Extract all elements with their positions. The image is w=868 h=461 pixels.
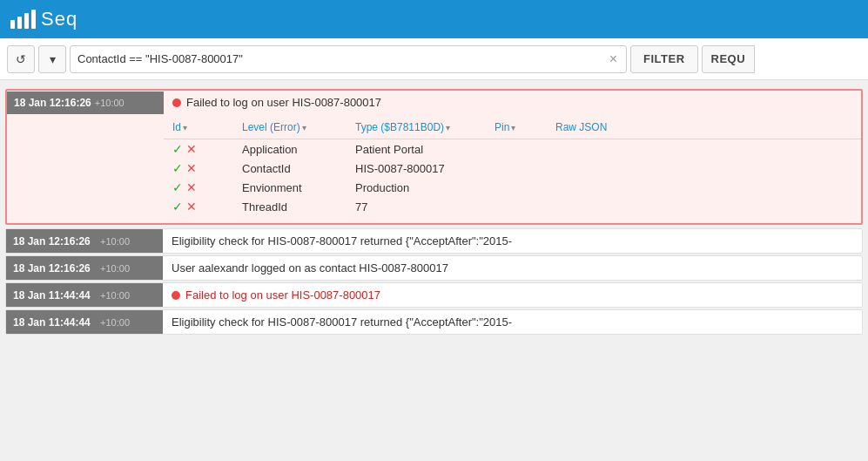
prop-row: ✓ ✕ ThreadId 77 bbox=[164, 197, 861, 216]
prop-value: 77 bbox=[355, 200, 861, 214]
entry-message: Eligibility check for HIS-0087-800017 re… bbox=[163, 310, 521, 334]
entry-timestamp: 18 Jan 12:16:26 +10:00 bbox=[6, 229, 163, 253]
timestamp-main: 18 Jan 12:16:26 bbox=[13, 235, 91, 247]
prop-name: ThreadId bbox=[242, 200, 355, 214]
message-text: User aalexandr logged on as contact HIS-… bbox=[172, 261, 448, 275]
col-level-header[interactable]: Level (Error) ▾ bbox=[242, 121, 355, 133]
prop-rows: ✓ ✕ Application Patient Portal ✓ ✕ Conta… bbox=[164, 139, 861, 216]
prop-actions: ✓ ✕ bbox=[172, 200, 242, 214]
prop-row: ✓ ✕ Application Patient Portal bbox=[164, 139, 861, 159]
prop-check-icon[interactable]: ✓ bbox=[172, 180, 183, 194]
message-text: Eligibility check for HIS-0087-800017 re… bbox=[172, 234, 512, 247]
log-entry[interactable]: 18 Jan 11:44:44 +10:00 Failed to log on … bbox=[5, 282, 863, 308]
type-chevron-icon: ▾ bbox=[446, 123, 450, 132]
id-chevron-icon: ▾ bbox=[183, 123, 187, 132]
timestamp-main: 18 Jan 12:16:26 bbox=[13, 262, 91, 275]
prop-check-icon[interactable]: ✓ bbox=[172, 161, 183, 175]
entry-message: Eligibility check for HIS-0087-800017 re… bbox=[163, 229, 521, 253]
logo-icon bbox=[10, 10, 36, 29]
logo-bar-3 bbox=[24, 13, 29, 29]
timestamp-main: 18 Jan 11:44:44 bbox=[13, 289, 91, 302]
col-id-header[interactable]: Id ▾ bbox=[172, 121, 242, 133]
refresh-button[interactable]: ↺ bbox=[7, 45, 35, 73]
col-rawjson-header[interactable]: Raw JSON bbox=[555, 121, 625, 133]
prop-actions: ✓ ✕ bbox=[172, 142, 242, 156]
level-chevron-icon: ▾ bbox=[302, 123, 306, 132]
search-input[interactable] bbox=[77, 52, 608, 65]
expanded-log-entry[interactable]: 18 Jan 12:16:26 +10:00 Failed to log on … bbox=[5, 89, 863, 225]
entry-timestamp: 18 Jan 11:44:44 +10:00 bbox=[6, 283, 163, 307]
message-text: Failed to log on user HIS-0087-800017 bbox=[186, 96, 381, 109]
timestamp-offset: +10:00 bbox=[100, 236, 130, 247]
timestamp-main: 18 Jan 11:44:44 bbox=[13, 316, 91, 329]
dropdown-button[interactable]: ▾ bbox=[38, 45, 66, 73]
timestamp-offset: +10:00 bbox=[100, 263, 130, 274]
log-entry[interactable]: 18 Jan 12:16:26 +10:00 Eligibility check… bbox=[5, 228, 863, 254]
entry-message: Failed to log on user HIS-0087-800017 bbox=[163, 283, 389, 307]
navbar: Seq bbox=[0, 0, 868, 38]
app-title: Seq bbox=[41, 8, 77, 31]
prop-actions: ✓ ✕ bbox=[172, 180, 242, 194]
prop-cross-icon[interactable]: ✕ bbox=[186, 200, 197, 214]
timestamp-offset: +10:00 bbox=[100, 290, 130, 301]
entry-timestamp: 18 Jan 11:44:44 +10:00 bbox=[6, 310, 163, 334]
prop-value: HIS-0087-800017 bbox=[355, 162, 861, 175]
prop-actions: ✓ ✕ bbox=[172, 161, 242, 175]
log-entry[interactable]: 18 Jan 12:16:26 +10:00 User aalexandr lo… bbox=[5, 255, 863, 281]
expanded-entry-timestamp: 18 Jan 12:16:26 +10:00 bbox=[7, 92, 164, 114]
timestamp-offset: +10:00 bbox=[100, 317, 130, 328]
logo-bar-1 bbox=[10, 20, 15, 29]
prop-value: Patient Portal bbox=[355, 143, 861, 156]
filter-button[interactable]: FILTER bbox=[630, 45, 698, 73]
prop-name: ContactId bbox=[242, 162, 355, 175]
prop-check-icon[interactable]: ✓ bbox=[172, 200, 183, 214]
pin-chevron-icon: ▾ bbox=[511, 123, 515, 132]
error-dot-icon bbox=[172, 98, 181, 107]
prop-value: Production bbox=[355, 181, 861, 194]
log-entry[interactable]: 18 Jan 11:44:44 +10:00 Eligibility check… bbox=[5, 309, 863, 335]
error-dot-icon bbox=[172, 291, 180, 300]
prop-check-icon[interactable]: ✓ bbox=[172, 142, 183, 156]
prop-name: Envionment bbox=[242, 181, 355, 194]
requ-button[interactable]: REQU bbox=[702, 45, 756, 73]
prop-cross-icon[interactable]: ✕ bbox=[186, 142, 197, 156]
log-list: 18 Jan 12:16:26 +10:00 Failed to log on … bbox=[0, 80, 868, 461]
prop-row: ✓ ✕ ContactId HIS-0087-800017 bbox=[164, 159, 861, 178]
other-log-entries: 18 Jan 12:16:26 +10:00 Eligibility check… bbox=[0, 228, 868, 335]
col-pin-header[interactable]: Pin ▾ bbox=[495, 121, 555, 133]
expanded-entry-message: Failed to log on user HIS-0087-800017 bbox=[164, 91, 390, 114]
search-clear-button[interactable]: × bbox=[608, 51, 619, 68]
prop-name: Application bbox=[242, 143, 355, 156]
brand: Seq bbox=[10, 8, 77, 31]
logo-bar-2 bbox=[17, 17, 22, 29]
toolbar: ↺ ▾ × FILTER REQU bbox=[0, 38, 868, 80]
col-type-header[interactable]: Type ($B7811B0D) ▾ bbox=[355, 121, 495, 133]
message-text: Failed to log on user HIS-0087-800017 bbox=[185, 288, 380, 302]
entry-message: User aalexandr logged on as contact HIS-… bbox=[163, 256, 457, 280]
logo-bar-4 bbox=[31, 10, 36, 29]
prop-cross-icon[interactable]: ✕ bbox=[186, 161, 197, 175]
prop-row: ✓ ✕ Envionment Production bbox=[164, 178, 861, 197]
timestamp-main: 18 Jan 12:16:26 bbox=[14, 97, 91, 109]
log-properties: Id ▾ Level (Error) ▾ Type ($B7811B0D) ▾ … bbox=[7, 114, 861, 223]
message-text: Eligibility check for HIS-0087-800017 re… bbox=[172, 315, 512, 329]
expanded-entry-header: 18 Jan 12:16:26 +10:00 Failed to log on … bbox=[7, 91, 861, 114]
entry-timestamp: 18 Jan 12:16:26 +10:00 bbox=[6, 256, 163, 280]
search-bar: × bbox=[70, 45, 627, 73]
timestamp-offset: +10:00 bbox=[95, 98, 124, 108]
prop-columns-header: Id ▾ Level (Error) ▾ Type ($B7811B0D) ▾ … bbox=[164, 118, 861, 139]
prop-cross-icon[interactable]: ✕ bbox=[186, 180, 197, 194]
